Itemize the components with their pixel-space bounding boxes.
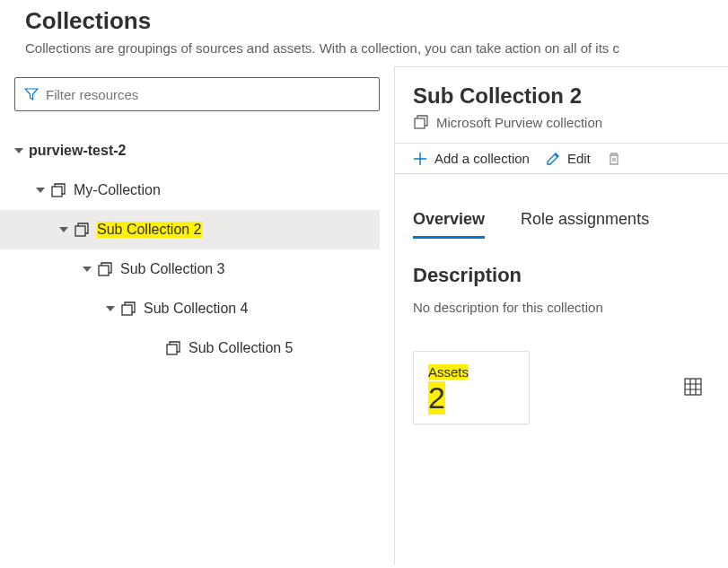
svg-rect-1 [75, 226, 85, 236]
page-subtitle: Collections are groupings of sources and… [25, 40, 703, 56]
collection-icon [413, 114, 429, 130]
page-title: Collections [25, 7, 703, 35]
right-pane: Sub Collection 2 Microsoft Purview colle… [395, 66, 728, 564]
chevron-down-icon[interactable] [81, 265, 93, 274]
tab-overview[interactable]: Overview [413, 210, 485, 239]
tree-item-sub-collection-5[interactable]: Sub Collection 5 [9, 328, 380, 368]
tree-item-sub-collection-3[interactable]: Sub Collection 3 [9, 249, 380, 289]
collection-icon [165, 340, 181, 356]
tree-item-sub-collection-2[interactable]: Sub Collection 2 [9, 210, 380, 249]
assets-card[interactable]: Assets 2 [413, 351, 530, 424]
tree-label: Sub Collection 5 [189, 340, 294, 356]
collections-tree: purview-test-2 My-Collection Sub Colle [9, 131, 380, 368]
toolbar: Add a collection Edit [395, 143, 728, 174]
detail-subtitle: Microsoft Purview collection [436, 115, 602, 130]
description-heading: Description [413, 264, 710, 287]
delete-button[interactable] [607, 152, 621, 166]
filter-icon [24, 87, 39, 101]
collection-icon [97, 261, 113, 277]
tree-root[interactable]: purview-test-2 [9, 131, 380, 170]
tab-role-assignments[interactable]: Role assignments [521, 210, 649, 239]
tree-item-my-collection[interactable]: My-Collection [9, 170, 380, 210]
trash-icon [607, 152, 621, 166]
assets-value: 2 [428, 381, 445, 415]
edit-button[interactable]: Edit [546, 151, 591, 166]
plus-icon [413, 152, 427, 166]
svg-rect-2 [99, 266, 109, 275]
tree-label: My-Collection [74, 182, 161, 198]
collection-icon [50, 182, 66, 198]
filter-box[interactable] [14, 77, 380, 111]
left-pane: purview-test-2 My-Collection Sub Colle [0, 66, 395, 564]
svg-rect-5 [415, 118, 425, 128]
svg-rect-3 [122, 305, 132, 315]
chevron-down-icon[interactable] [104, 304, 117, 313]
chevron-down-icon[interactable] [57, 225, 70, 234]
filter-input[interactable] [46, 87, 370, 102]
grid-icon [683, 377, 703, 397]
tree-label: Sub Collection 3 [120, 261, 225, 277]
collection-icon [74, 222, 90, 238]
tree-item-sub-collection-4[interactable]: Sub Collection 4 [9, 289, 380, 328]
tree-label: purview-test-2 [29, 143, 126, 159]
collection-icon [120, 301, 136, 317]
chevron-down-icon[interactable] [13, 146, 25, 155]
svg-rect-4 [167, 345, 177, 354]
add-collection-button[interactable]: Add a collection [413, 151, 530, 166]
description-text: No description for this collection [413, 300, 710, 315]
chevron-down-icon[interactable] [34, 186, 47, 195]
add-label: Add a collection [434, 151, 530, 166]
pencil-icon [546, 152, 560, 166]
tree-label: Sub Collection 4 [144, 301, 249, 317]
grid-view-button[interactable] [683, 377, 703, 399]
assets-label: Assets [428, 364, 469, 380]
svg-rect-6 [685, 379, 701, 395]
svg-rect-0 [52, 187, 62, 197]
detail-title: Sub Collection 2 [413, 83, 710, 109]
tabs: Overview Role assignments [395, 174, 728, 239]
edit-label: Edit [567, 151, 591, 166]
tree-label: Sub Collection 2 [97, 222, 202, 238]
